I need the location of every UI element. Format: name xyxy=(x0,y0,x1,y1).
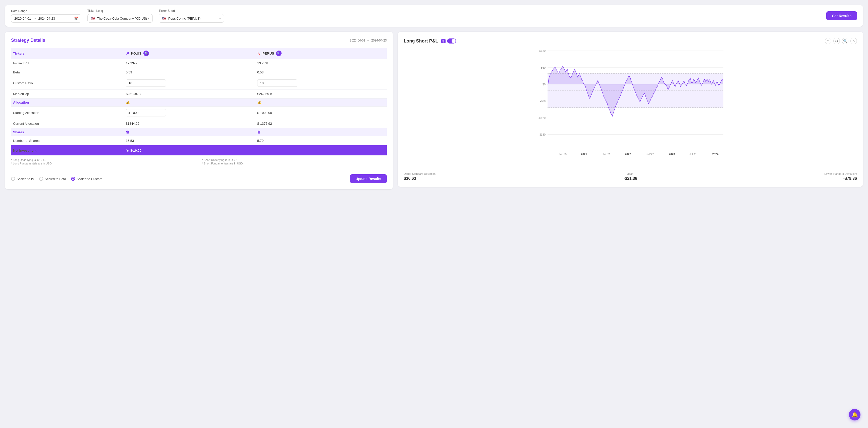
shares-short-icon: 🗑 xyxy=(255,128,386,136)
starting-allocation-long-input[interactable] xyxy=(126,109,166,116)
date-end: 2024-04-23 xyxy=(38,17,55,20)
ko-trend-up-icon: ↗ xyxy=(126,51,129,56)
ko-search-button[interactable]: 🔍 xyxy=(144,51,149,56)
date-start: 2020-04-01 xyxy=(14,17,31,20)
strategy-details-panel: Strategy Details 2020-04-01 → 2024-04-23… xyxy=(5,32,393,189)
starting-allocation-label: Starting Allocation xyxy=(11,107,124,119)
pep-search-button[interactable]: 🔍 xyxy=(276,51,282,56)
net-investment-row: Net Investment ↘ $-10.00 xyxy=(11,145,387,156)
pnl-chart-panel: Long Short P&L $ ⊕ ⊖ 🔍 ⌂ xyxy=(398,32,863,187)
tickers-header-row: Tickers ↗ KO.US 🔍 ↘ PEP.US 🔍 xyxy=(11,48,387,59)
svg-text:Jul '22: Jul '22 xyxy=(646,153,654,156)
implied-vol-long: 12.23% xyxy=(124,59,255,68)
net-investment-value-cell: ↘ $-10.00 xyxy=(124,145,387,156)
footnotes: * Long Underlying is in USD. * Short Und… xyxy=(11,159,387,165)
date-range-input[interactable]: 2020-04-01 → 2024-04-23 📅 xyxy=(11,14,82,23)
pep-ticker: PEP.US xyxy=(262,52,274,55)
ticker-long-label: Ticker Long xyxy=(87,9,153,12)
allocation-long-icon: 💰 xyxy=(124,98,255,107)
implied-vol-label: Implied Vol xyxy=(11,59,124,68)
radio-beta-label: Scaled to Beta xyxy=(45,177,66,181)
svg-text:-$120: -$120 xyxy=(538,116,546,119)
strategy-date-arrow: → xyxy=(367,39,370,42)
upper-sd-label: Upper Standard Deviation: xyxy=(404,172,436,175)
custom-ratio-long-input[interactable] xyxy=(126,80,166,87)
radio-circle-iv[interactable] xyxy=(11,177,15,181)
home-button[interactable]: ⌂ xyxy=(850,38,857,44)
implied-vol-short: 13.73% xyxy=(255,59,386,68)
beta-short: 0.53 xyxy=(255,68,386,77)
ticker-short-chevron-icon: ▾ xyxy=(219,17,221,20)
date-range-label: Date Range xyxy=(11,9,82,13)
chart-header: Long Short P&L $ ⊕ ⊖ 🔍 ⌂ xyxy=(404,38,857,44)
marketcap-row: MarketCap $261.04 B $242.55 B xyxy=(11,89,387,98)
svg-text:2022: 2022 xyxy=(625,153,631,156)
radio-iv-label: Scaled to IV xyxy=(17,177,34,181)
zoom-out-button[interactable]: ⊖ xyxy=(833,38,840,44)
mean-value: -$21.36 xyxy=(624,176,637,181)
svg-text:2023: 2023 xyxy=(669,153,675,156)
radio-scaled-to-beta[interactable]: Scaled to Beta xyxy=(39,177,66,181)
calendar-icon[interactable]: 📅 xyxy=(74,17,78,20)
svg-text:$120: $120 xyxy=(539,49,545,52)
toggle-knob xyxy=(452,39,456,43)
svg-text:Jul '23: Jul '23 xyxy=(689,153,697,156)
ticker-short-select[interactable]: 🇺🇸 PepsiCo Inc (PEP.US) ▾ xyxy=(159,14,224,23)
marketcap-short: $242.55 B xyxy=(255,89,386,98)
svg-text:-$60: -$60 xyxy=(540,99,546,103)
num-shares-label: Number of Shares xyxy=(11,136,124,145)
upper-sd-stat: Upper Standard Deviation: $36.63 xyxy=(404,172,436,181)
ticker-long-cell: ↗ KO.US 🔍 xyxy=(124,48,255,59)
net-investment-value: $-10.00 xyxy=(130,149,142,152)
date-range-group: Date Range 2020-04-01 → 2024-04-23 📅 xyxy=(11,9,82,23)
magnify-button[interactable]: 🔍 xyxy=(842,38,848,44)
ticker-short-cell: ↘ PEP.US 🔍 xyxy=(255,48,386,59)
update-results-button[interactable]: Update Results xyxy=(350,174,387,183)
lower-sd-value: -$79.36 xyxy=(824,176,857,181)
ticker-short-flag: 🇺🇸 xyxy=(162,16,166,20)
mean-stat: Mean: -$21.36 xyxy=(624,172,637,181)
net-inv-trend-down-icon: ↘ xyxy=(126,148,129,152)
allocation-section-label: Allocation xyxy=(11,98,124,107)
strategy-date-start: 2020-04-01 xyxy=(350,39,365,42)
chart-title-group: Long Short P&L $ xyxy=(404,38,456,44)
tickers-label: Tickers xyxy=(11,48,124,59)
shares-long-icon: 🗑 xyxy=(124,128,255,136)
currency-toggle[interactable]: $ xyxy=(441,38,456,44)
ticker-long-group: Ticker Long 🇺🇸 The Coca-Cola Company (KO… xyxy=(87,9,153,23)
radio-circle-custom[interactable] xyxy=(71,177,75,181)
marketcap-label: MarketCap xyxy=(11,89,124,98)
pnl-chart-container: $120 $60 $0 -$60 -$120 -$180 Jul '20 202… xyxy=(404,48,857,164)
radio-scaled-to-iv[interactable]: Scaled to IV xyxy=(11,177,34,181)
zoom-in-button[interactable]: ⊕ xyxy=(825,38,831,44)
toggle-label: $ xyxy=(441,39,445,43)
implied-vol-row: Implied Vol 12.23% 13.73% xyxy=(11,59,387,68)
num-shares-short: 5.79 xyxy=(255,136,386,145)
toggle-track[interactable] xyxy=(447,38,456,44)
pnl-chart-svg: $120 $60 $0 -$60 -$120 -$180 Jul '20 202… xyxy=(404,48,857,164)
get-results-button[interactable]: Get Results xyxy=(826,11,857,20)
radio-scaled-to-custom[interactable]: Scaled to Custom xyxy=(71,177,102,181)
main-content: Strategy Details 2020-04-01 → 2024-04-23… xyxy=(5,32,863,189)
pep-trend-down-icon: ↘ xyxy=(257,51,260,56)
radio-custom-label: Scaled to Custom xyxy=(76,177,102,181)
custom-ratio-short-input[interactable] xyxy=(257,80,298,87)
current-allocation-long: $1344.22 xyxy=(124,119,255,128)
notification-button[interactable]: 🔔 xyxy=(849,409,861,421)
radio-circle-beta[interactable] xyxy=(39,177,43,181)
allocation-section-row: Allocation 💰 💰 xyxy=(11,98,387,107)
chart-stats-row: Upper Standard Deviation: $36.63 Mean: -… xyxy=(404,168,857,181)
custom-ratio-short-cell xyxy=(255,77,386,89)
ticker-short-group: Ticker Short 🇺🇸 PepsiCo Inc (PEP.US) ▾ xyxy=(159,9,224,23)
svg-text:Jul '20: Jul '20 xyxy=(559,153,566,156)
ko-ticker: KO.US xyxy=(131,52,142,55)
starting-allocation-row: Starting Allocation $-1000.00 xyxy=(11,107,387,119)
strategy-table: Tickers ↗ KO.US 🔍 ↘ PEP.US 🔍 xyxy=(11,48,387,155)
svg-text:$60: $60 xyxy=(541,66,545,69)
allocation-short-icon: 💰 xyxy=(255,98,386,107)
shares-section-label: Shares xyxy=(11,128,124,136)
current-allocation-row: Current Allocation $1344.22 $-1375.92 xyxy=(11,119,387,128)
chart-toolbar: ⊕ ⊖ 🔍 ⌂ xyxy=(825,38,857,44)
ticker-short-label: Ticker Short xyxy=(159,9,224,12)
ticker-long-select[interactable]: 🇺🇸 The Coca-Cola Company (KO.US) ▾ xyxy=(87,14,153,23)
